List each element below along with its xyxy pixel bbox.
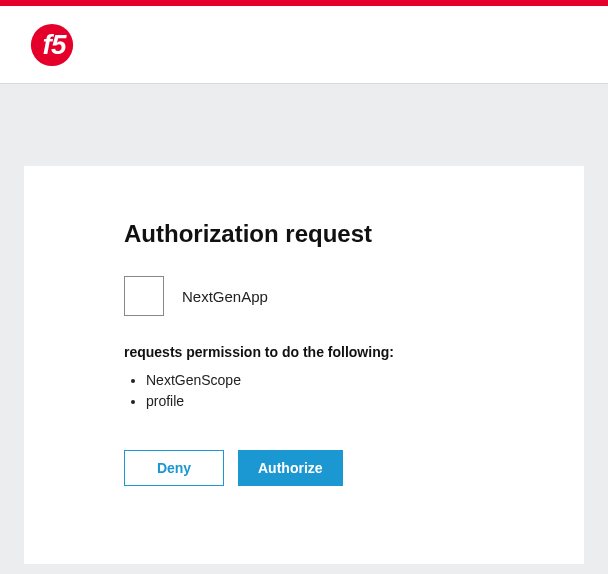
requesting-app-row: NextGenApp [124, 276, 484, 316]
deny-button[interactable]: Deny [124, 450, 224, 486]
f5-logo-icon: f 5 [28, 21, 76, 69]
page-header: f 5 [0, 6, 608, 84]
page-body: Authorization request NextGenApp request… [0, 166, 608, 564]
svg-point-3 [31, 23, 73, 65]
card-title: Authorization request [124, 220, 484, 248]
f5-logo: f 5 [28, 21, 76, 69]
permission-intro: requests permission to do the following: [124, 344, 484, 360]
authorization-card: Authorization request NextGenApp request… [24, 166, 584, 564]
scope-item: profile [146, 391, 484, 412]
app-name: NextGenApp [182, 288, 268, 305]
scope-list: NextGenScope profile [124, 370, 484, 412]
action-buttons: Deny Authorize [124, 450, 484, 486]
authorize-button[interactable]: Authorize [238, 450, 343, 486]
scope-item: NextGenScope [146, 370, 484, 391]
app-icon-placeholder [124, 276, 164, 316]
